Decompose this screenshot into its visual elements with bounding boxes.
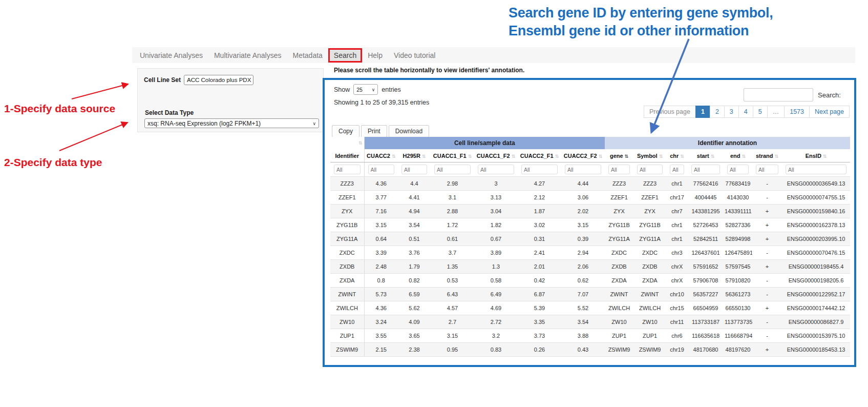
sort-icon[interactable]: ⇅ [422,154,426,159]
red-arrow-data-type [59,123,128,151]
column-header-ensid[interactable]: EnsID⇅ [782,149,850,162]
sort-icon[interactable]: ⇅ [711,154,715,159]
cell-identifier: ZWILCH [330,301,364,315]
filter-input-chr[interactable] [670,165,684,174]
column-header-gene[interactable]: gene⇅ [605,149,633,162]
page-button-3[interactable]: 3 [724,106,739,118]
sort-icon[interactable]: ⇅ [599,154,603,159]
cell-cuacc2-f1: 3.73 [518,329,561,343]
print-button[interactable]: Print [361,125,387,137]
chevron-down-icon: ∨ [312,121,316,126]
cell-cuacc2-f2: 5.52 [561,301,605,315]
sort-icon[interactable]: ⇅ [659,154,663,159]
cell-symbol: ZXDA [633,274,666,288]
page-button-2[interactable]: 2 [710,106,725,118]
data-type-select[interactable]: xsq: RNA-seq Expression (log2 FPKM+1) ∨ [144,118,319,128]
filter-input-end[interactable] [727,165,749,174]
sort-icon[interactable]: ⇅ [680,154,684,159]
cell-cuacc1-f1: 1.35 [431,260,474,274]
filter-input-h295r[interactable] [401,165,427,174]
column-header-cuacc2[interactable]: CUACC2⇅ [364,149,398,162]
column-header-cuacc2-f1[interactable]: CUACC2_F1⇅ [518,149,561,162]
cell-cuacc2-f1: 0.26 [518,343,561,357]
search-label: Search: [818,91,841,99]
sort-icon[interactable]: ⇅ [775,154,779,159]
column-label-gene: gene [610,153,623,159]
cell-cuacc2: 3.24 [364,315,398,329]
page-prev-button[interactable]: Previous page [644,106,696,118]
entries-label: entries [382,86,401,93]
filter-input-cuacc2-f1[interactable] [521,165,558,174]
filter-input-identifier[interactable] [334,165,361,174]
cell-cuacc2-f1: 6.87 [518,288,561,301]
cell-line-set-select[interactable]: ACC Colorado plus PDX ∨ [184,75,253,85]
cell-cuacc2-f1: 2.12 [518,191,561,205]
column-header-cuacc1-f2[interactable]: CUACC1_F2⇅ [474,149,518,162]
filter-input-cuacc1-f1[interactable] [434,165,471,174]
cell-cuacc1-f1: 3.15 [431,329,474,343]
column-header-strand[interactable]: strand⇅ [752,149,782,162]
sort-icon[interactable]: ⇅ [358,140,363,146]
page-button-1[interactable]: 1 [695,106,710,118]
cell-chr: chr1 [666,218,688,232]
cell-ensid: ENSG00000198455.4 [782,260,850,274]
cell-identifier: ZYG11A [330,232,364,246]
sort-icon[interactable]: ⇅ [742,154,746,159]
sort-icon[interactable]: ⇅ [555,154,559,159]
filter-cell-cuacc2 [364,162,398,177]
nav-tab-metadata[interactable]: Metadata [287,48,328,63]
cell-cuacc2: 3.77 [364,191,398,205]
cell-cuacc2: 5.73 [364,288,398,301]
filter-cell-symbol [633,162,666,177]
column-header-h295r[interactable]: H295R⇅ [398,149,431,162]
page-button-4[interactable]: 4 [738,106,753,118]
cell-strand: + [752,301,782,315]
page-next-button[interactable]: Next page [809,106,850,118]
sort-icon[interactable]: ⇅ [823,154,827,159]
page-button-1573[interactable]: 1573 [784,106,810,118]
cell-identifier: ZUP1 [330,329,364,343]
filter-input-cuacc2[interactable] [368,165,395,174]
sort-icon[interactable]: ⇅ [512,154,516,159]
column-header-end[interactable]: end⇅ [724,149,752,162]
filter-input-symbol[interactable] [637,165,663,174]
config-panel: Cell Line Set ACC Colorado plus PDX ∨ Se… [137,68,324,132]
search-input[interactable] [744,88,813,101]
cell-identifier: ZYX [330,205,364,218]
cell-symbol: ZZEF1 [633,191,666,205]
column-label-cuacc2: CUACC2 [367,153,390,159]
cell-cuacc2-f2: 2.02 [561,205,605,218]
filter-input-cuacc1-f2[interactable] [478,165,514,174]
page-button-5[interactable]: 5 [753,106,768,118]
cell-cuacc1-f1: 2.98 [431,177,474,191]
sort-icon[interactable]: ⇅ [468,154,472,159]
sort-icon[interactable]: ⇅ [392,154,396,159]
nav-tab-multivariate-analyses[interactable]: Multivariate Analyses [208,48,287,63]
nav-tab-video-tutorial[interactable]: Video tutorial [388,48,441,63]
cell-start: 116635618 [688,329,724,343]
column-header-start[interactable]: start⇅ [688,149,724,162]
column-header-symbol[interactable]: Symbol⇅ [633,149,666,162]
cell-gene: ZXDA [605,274,633,288]
page-length-select[interactable]: 25 ∨ [353,84,378,95]
column-label-ensid: EnsID [806,153,821,159]
column-header-chr[interactable]: chr⇅ [666,149,688,162]
copy-button[interactable]: Copy [332,125,359,137]
column-header-cuacc2-f2[interactable]: CUACC2_F2⇅ [561,149,605,162]
cell-cuacc1-f2: 0.83 [474,343,518,357]
sort-icon[interactable]: ⇅ [625,154,629,159]
nav-tab-search[interactable]: Search [328,48,362,63]
cell-chr: chr10 [666,288,688,301]
column-header-cuacc1-f1[interactable]: CUACC1_F1⇅ [431,149,474,162]
nav-tab-univariate-analyses[interactable]: Univariate Analyses [134,48,208,63]
cell-cuacc1-f1: 3.7 [431,246,474,260]
column-header-identifier[interactable]: Identifier [330,149,364,162]
filter-input-cuacc2-f2[interactable] [565,165,601,174]
nav-tab-help[interactable]: Help [362,48,388,63]
download-button[interactable]: Download [389,125,429,137]
filter-input-start[interactable] [691,165,720,174]
filter-input-ensid[interactable] [786,165,846,174]
cell-identifier: ZZEF1 [330,191,364,205]
filter-input-strand[interactable] [756,165,778,174]
filter-input-gene[interactable] [608,165,630,174]
